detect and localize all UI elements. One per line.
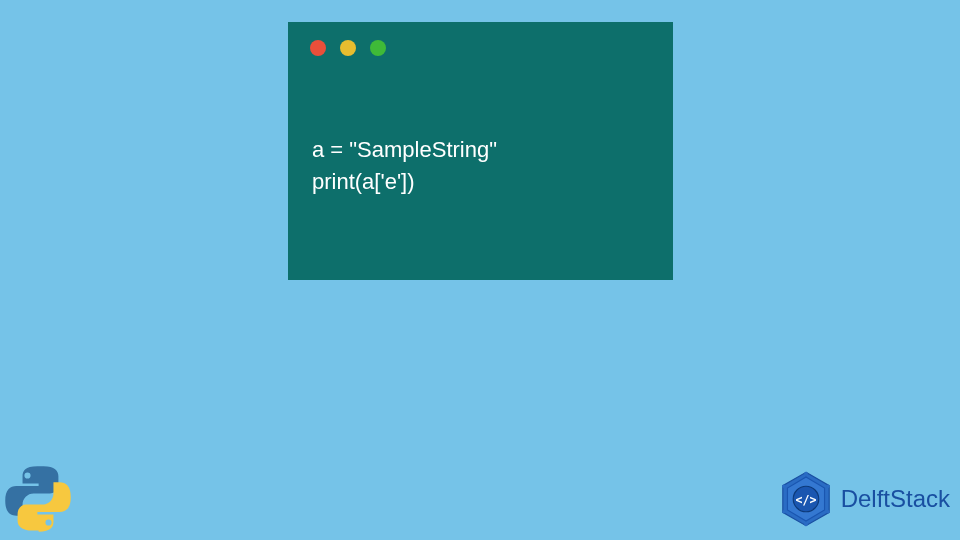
- delftstack-medallion-icon: </>: [777, 470, 835, 528]
- code-line-2: print(a['e']): [312, 169, 415, 194]
- brand-logo: </> DelftStack: [777, 470, 950, 528]
- svg-point-8: [782, 510, 785, 513]
- window-titlebar: [288, 22, 673, 64]
- code-window: a = "SampleString" print(a['e']): [288, 22, 673, 280]
- brand-name: DelftStack: [841, 485, 950, 513]
- code-content: a = "SampleString" print(a['e']): [288, 64, 673, 198]
- minimize-icon: [340, 40, 356, 56]
- svg-point-6: [826, 510, 829, 513]
- svg-point-4: [804, 472, 807, 475]
- svg-point-5: [826, 485, 829, 488]
- svg-point-7: [804, 523, 807, 526]
- svg-text:</>: </>: [795, 493, 816, 507]
- python-logo-icon: [4, 464, 72, 534]
- code-line-1: a = "SampleString": [312, 137, 497, 162]
- svg-point-9: [782, 485, 785, 488]
- maximize-icon: [370, 40, 386, 56]
- close-icon: [310, 40, 326, 56]
